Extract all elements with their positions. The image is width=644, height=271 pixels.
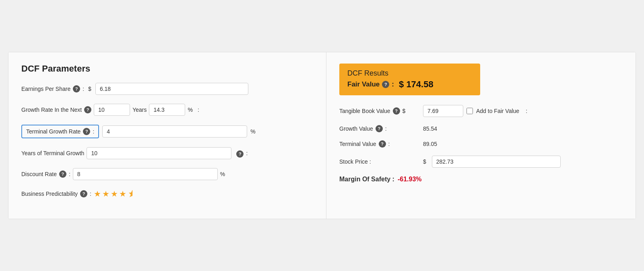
years-terminal-help-icon[interactable]: ? bbox=[236, 150, 244, 158]
stock-price-input[interactable] bbox=[432, 156, 561, 168]
fair-value-help-icon[interactable]: ? bbox=[382, 81, 389, 88]
margin-safety-label: Margin Of Safety : bbox=[339, 176, 394, 183]
terminal-value-amount: 89.05 bbox=[423, 141, 437, 147]
add-to-fv-checkbox[interactable] bbox=[466, 108, 473, 114]
fair-value-amount: $ 174.58 bbox=[399, 79, 433, 90]
growth-value-help-icon[interactable]: ? bbox=[376, 125, 383, 132]
terminal-input[interactable] bbox=[102, 125, 247, 138]
eps-input[interactable] bbox=[95, 83, 248, 95]
growth-pct-unit: % bbox=[188, 107, 192, 113]
years-label: Years bbox=[132, 107, 147, 113]
terminal-help-icon[interactable]: ? bbox=[83, 128, 90, 135]
margin-safety-value: -61.93% bbox=[398, 176, 422, 183]
terminal-value-row: Terminal Value ? : 89.05 bbox=[339, 140, 623, 148]
main-container: DCF Parameters Earnings Per Share ? : $ … bbox=[8, 52, 636, 219]
years-terminal-label: Years of Terminal Growth bbox=[21, 150, 84, 156]
eps-help-icon[interactable]: ? bbox=[73, 85, 80, 92]
right-panel: DCF Results Fair Value ? : $ 174.58 Tang… bbox=[326, 52, 636, 219]
terminal-label: Terminal Growth Rate ? : bbox=[21, 125, 99, 138]
terminal-value-label: Terminal Value ? : bbox=[339, 140, 420, 148]
fair-value-row: Fair Value ? : $ 174.58 bbox=[347, 79, 472, 90]
terminal-value-help-icon[interactable]: ? bbox=[379, 140, 386, 148]
eps-label: Earnings Per Share ? : bbox=[21, 85, 84, 92]
stars-container: ★ ★ ★ ★ ⯨ bbox=[94, 189, 136, 199]
years-terminal-row: Years of Terminal Growth ? : bbox=[21, 147, 313, 159]
growth-years-input[interactable] bbox=[94, 104, 130, 116]
left-panel: DCF Parameters Earnings Per Share ? : $ … bbox=[8, 52, 326, 219]
star-2: ★ bbox=[102, 189, 109, 199]
star-1: ★ bbox=[94, 189, 101, 199]
terminal-unit: % bbox=[250, 128, 255, 135]
discount-input[interactable] bbox=[73, 168, 218, 180]
discount-row: Discount Rate ? : % bbox=[21, 168, 313, 180]
growth-label: Growth Rate In the Next ? bbox=[21, 106, 91, 113]
stock-price-currency: $ bbox=[423, 158, 426, 165]
tangible-help-icon[interactable]: ? bbox=[393, 107, 400, 115]
left-panel-title: DCF Parameters bbox=[21, 64, 313, 74]
results-title: DCF Results bbox=[347, 69, 472, 78]
growth-pct-input[interactable] bbox=[149, 104, 185, 116]
years-terminal-input[interactable] bbox=[87, 147, 231, 159]
star-5-half: ⯨ bbox=[128, 189, 136, 199]
eps-row: Earnings Per Share ? : $ bbox=[21, 83, 313, 95]
discount-unit: % bbox=[220, 171, 225, 177]
eps-currency: $ bbox=[88, 86, 91, 92]
tangible-row: Tangible Book Value ? $ Add to Fair Valu… bbox=[339, 105, 623, 117]
terminal-row: Terminal Growth Rate ? : % bbox=[21, 125, 313, 138]
growth-value-label: Growth Value ? : bbox=[339, 125, 420, 132]
growth-help-icon[interactable]: ? bbox=[84, 106, 91, 113]
growth-value-amount: 85.54 bbox=[423, 125, 437, 132]
stock-price-row: Stock Price : $ bbox=[339, 156, 623, 168]
star-4: ★ bbox=[119, 189, 126, 199]
predictability-help-icon[interactable]: ? bbox=[80, 190, 87, 197]
fair-value-label: Fair Value ? : bbox=[347, 80, 394, 88]
growth-row: Growth Rate In the Next ? Years % : bbox=[21, 104, 313, 116]
star-3: ★ bbox=[111, 189, 118, 199]
add-to-fv-label: Add to Fair Value bbox=[476, 108, 519, 114]
growth-value-row: Growth Value ? : 85.54 bbox=[339, 125, 623, 132]
predictability-label: Business Predictability ? : bbox=[21, 190, 91, 197]
discount-help-icon[interactable]: ? bbox=[59, 170, 66, 178]
results-header: DCF Results Fair Value ? : $ 174.58 bbox=[339, 64, 480, 95]
stock-price-label: Stock Price : bbox=[339, 158, 420, 165]
discount-label: Discount Rate ? : bbox=[21, 170, 70, 178]
predictability-row: Business Predictability ? : ★ ★ ★ ★ ⯨ bbox=[21, 189, 313, 199]
tangible-input[interactable] bbox=[423, 105, 463, 117]
margin-safety-row: Margin Of Safety : -61.93% bbox=[339, 176, 623, 183]
tangible-label: Tangible Book Value ? $ bbox=[339, 107, 420, 115]
growth-colon: : bbox=[198, 107, 199, 113]
